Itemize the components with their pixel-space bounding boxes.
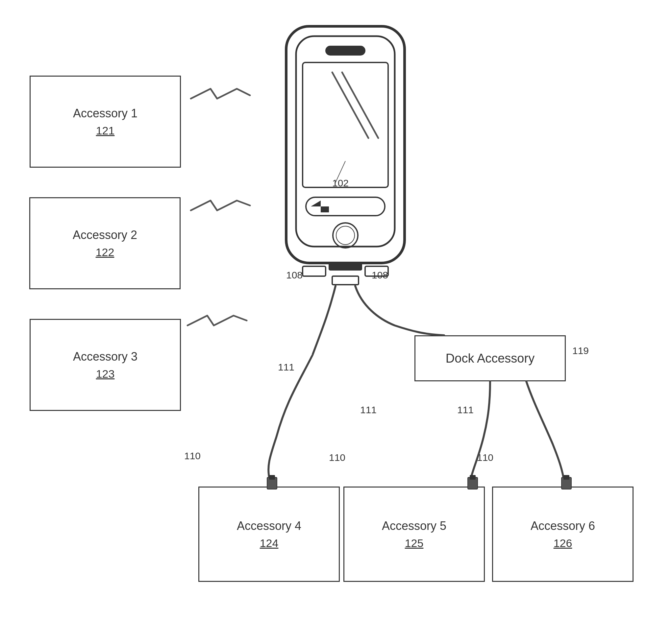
cable-to-acc5 bbox=[470, 381, 490, 480]
home-button-inner bbox=[336, 226, 354, 245]
ref-102-line bbox=[336, 161, 345, 183]
plug-acc6-top bbox=[564, 475, 569, 480]
cable-to-acc4 bbox=[269, 286, 336, 480]
slide-arrow bbox=[311, 201, 329, 212]
svg-line-1 bbox=[342, 72, 378, 138]
phone-screen bbox=[303, 62, 388, 188]
svg-line-0 bbox=[332, 72, 369, 138]
cable-to-acc6 bbox=[526, 381, 564, 481]
connector-tab-right bbox=[365, 266, 388, 276]
dock-connector-top bbox=[332, 276, 358, 285]
cable-phone-to-dock bbox=[355, 286, 444, 335]
phone-port bbox=[329, 263, 362, 270]
connector-tab-left bbox=[303, 266, 326, 276]
wireless-bolt-3 bbox=[188, 316, 247, 325]
plug-acc5-top bbox=[470, 475, 476, 480]
diagram: Accessory 1 121 Accessory 2 122 Accessor… bbox=[0, 0, 672, 620]
wireless-bolt-1 bbox=[191, 89, 250, 99]
home-button bbox=[333, 223, 358, 248]
plug-acc4-top bbox=[269, 475, 275, 480]
phone-earpiece bbox=[326, 46, 365, 55]
diagram-svg: .diagram-line { stroke: #333; stroke-wid… bbox=[0, 0, 672, 620]
wireless-bolt-2 bbox=[191, 201, 250, 210]
